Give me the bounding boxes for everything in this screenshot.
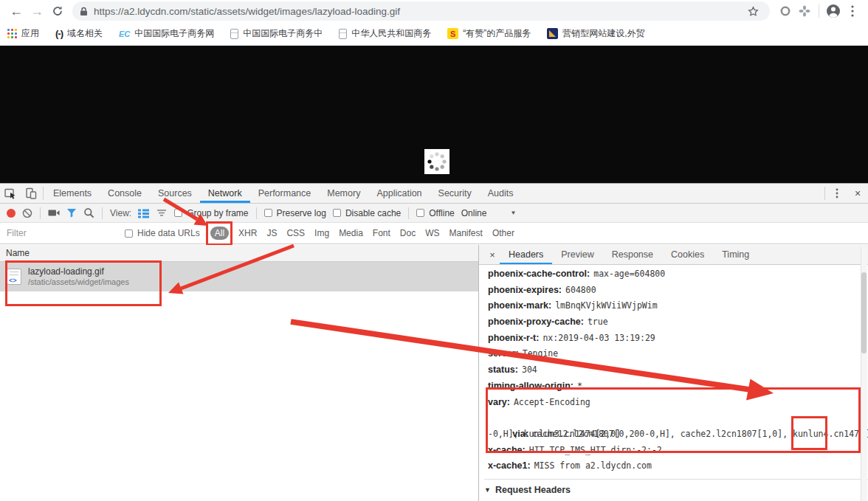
profile-avatar[interactable] (824, 1, 843, 21)
chevron-down-icon: ▼ (510, 210, 516, 216)
extension-ring-icon[interactable] (776, 1, 795, 21)
reload-icon[interactable] (47, 1, 68, 21)
request-headers-section-toggle[interactable]: ▼ Request Headers (484, 479, 868, 495)
tab-console[interactable]: Console (100, 184, 150, 203)
response-headers-list: phoenix-cache-control:max-age=604800 pho… (479, 265, 868, 501)
bookmark-marketing-site[interactable]: 营销型网站建设,外贸 (547, 27, 644, 40)
devtools-panel: Elements Console Sources Network Perform… (0, 183, 868, 501)
triangle-down-icon: ▼ (484, 486, 491, 494)
filter-type-xhr[interactable]: XHR (238, 228, 257, 238)
screenshot-camera-icon[interactable] (48, 208, 60, 218)
address-bar[interactable]: https://a2.ldycdn.com/static/assets/widg… (72, 1, 770, 21)
divider (102, 207, 103, 219)
header-line: timing-allow-origin:* (488, 379, 868, 395)
bookmark-mofcom[interactable]: 中华人民共和国商务 (339, 27, 431, 40)
url-text: https://a2.ldycdn.com/static/assets/widg… (94, 6, 743, 17)
chrome-menu-icon[interactable] (843, 1, 862, 21)
toolbar-divider (819, 4, 819, 18)
tab-cookies[interactable]: Cookies (662, 245, 713, 264)
disable-cache-checkbox[interactable]: Disable cache (333, 208, 401, 218)
sail-icon (547, 28, 558, 39)
network-filter-bar: Hide data URLs All XHR JS CSS Img Media … (0, 223, 868, 244)
tab-memory[interactable]: Memory (319, 184, 368, 203)
extension-pinwheel-icon[interactable] (795, 1, 814, 21)
page-content (0, 46, 868, 183)
divider (43, 187, 44, 200)
bookmark-ec-site[interactable]: EC 中国国际电子商务网 (119, 27, 214, 40)
divider (408, 207, 409, 219)
header-line: phoenix-expires:604800 (488, 283, 868, 299)
devtools-close-icon[interactable]: × (847, 184, 868, 203)
filter-type-img[interactable]: Img (314, 228, 329, 238)
name-column-header[interactable]: Name (0, 245, 478, 262)
throttling-dropdown[interactable]: Online ▼ (461, 208, 517, 218)
offline-checkbox[interactable]: Offline (416, 208, 454, 218)
search-icon[interactable] (83, 207, 94, 218)
tab-network[interactable]: Network (200, 184, 250, 203)
filter-type-css[interactable]: CSS (286, 228, 305, 238)
tab-audits[interactable]: Audits (480, 184, 522, 203)
forward-icon[interactable]: → (27, 1, 47, 21)
header-line: phoenix-proxy-cache:true (488, 314, 868, 331)
filter-type-js[interactable]: JS (266, 228, 277, 238)
filter-type-all[interactable]: All (210, 227, 229, 240)
filter-funnel-icon[interactable] (66, 208, 77, 218)
inspect-element-icon[interactable] (0, 184, 21, 203)
filter-type-other[interactable]: Other (492, 228, 514, 238)
scrollbar-thumb[interactable] (861, 272, 867, 353)
close-details-icon[interactable]: × (485, 245, 500, 264)
filter-type-font[interactable]: Font (373, 228, 390, 238)
bookmark-ec-center[interactable]: 中国国际电子商务中 (230, 27, 323, 40)
bookmark-youzan[interactable]: S “有赞”的产品服务 (447, 27, 531, 40)
preserve-log-checkbox[interactable]: Preserve log (264, 208, 326, 218)
tab-response[interactable]: Response (603, 245, 662, 264)
bookmarks-bar: 应用 (-) 域名相关 EC 中国国际电子商务网 中国国际电子商务中 中华人民共… (0, 22, 868, 46)
divider (824, 187, 825, 200)
tab-application[interactable]: Application (368, 184, 430, 203)
tab-security[interactable]: Security (430, 184, 480, 203)
header-line: status:304 (488, 362, 868, 379)
back-icon[interactable]: ← (6, 1, 27, 21)
filter-type-doc[interactable]: Doc (400, 228, 416, 238)
bookmark-domain[interactable]: (-) 域名相关 (55, 27, 103, 40)
header-line: server:Tengine (488, 346, 868, 362)
filter-type-ws[interactable]: WS (425, 228, 439, 238)
record-button[interactable] (7, 209, 16, 218)
header-line: phoenix-mark:lmBnqKVjkWViiWVjpWim (488, 298, 868, 314)
scrollbar[interactable] (861, 247, 867, 501)
tab-headers[interactable]: Headers (500, 245, 552, 264)
request-path: /static/assets/widget/images (28, 277, 129, 288)
request-name: lazyload-loading.gif (28, 266, 129, 277)
view-label: View: (110, 208, 131, 218)
filter-type-manifest[interactable]: Manifest (450, 228, 483, 238)
bracket-icon: (-) (55, 28, 63, 39)
ec-icon: EC (119, 30, 130, 38)
apps-grid-icon (7, 29, 17, 38)
filter-input[interactable] (7, 228, 125, 238)
devtools-menu-icon[interactable] (827, 184, 847, 203)
tab-sources[interactable]: Sources (150, 184, 200, 203)
request-list-pane: Name <> lazyload-loading.gif /static/ass… (0, 245, 478, 501)
browser-toolbar: ← → https://a2.ldycdn.com/static/assets/… (0, 0, 868, 22)
bookmark-apps[interactable]: 应用 (7, 27, 39, 40)
bookmark-star-icon[interactable] (743, 1, 762, 21)
page-icon (230, 29, 238, 39)
tab-performance[interactable]: Performance (250, 184, 320, 203)
page-icon (339, 29, 347, 39)
tab-elements[interactable]: Elements (45, 184, 100, 203)
hide-data-urls-checkbox[interactable]: Hide data URLs (125, 228, 200, 238)
request-type-filters: All XHR JS CSS Img Media Font Doc WS Man… (210, 227, 514, 240)
clear-icon[interactable] (22, 208, 32, 218)
filter-type-media[interactable]: Media (339, 228, 363, 238)
request-row[interactable]: <> lazyload-loading.gif /static/assets/w… (0, 262, 478, 291)
tab-timing[interactable]: Timing (713, 245, 758, 264)
group-by-frame-checkbox[interactable]: Group by frame (174, 208, 248, 218)
header-line: phoenix-r-t:nx:2019-04-03 13:19:29 (488, 331, 868, 347)
view-levels-icon[interactable] (156, 208, 168, 218)
lock-icon (80, 7, 88, 16)
device-toolbar-icon[interactable] (21, 184, 41, 203)
header-line-via: via:cache12.l2cn1807[0,200-0,H], cache2.… (488, 410, 868, 426)
header-line: vary:Accept-Encoding (488, 395, 868, 411)
view-list-icon[interactable] (138, 208, 149, 218)
tab-preview[interactable]: Preview (552, 245, 602, 264)
